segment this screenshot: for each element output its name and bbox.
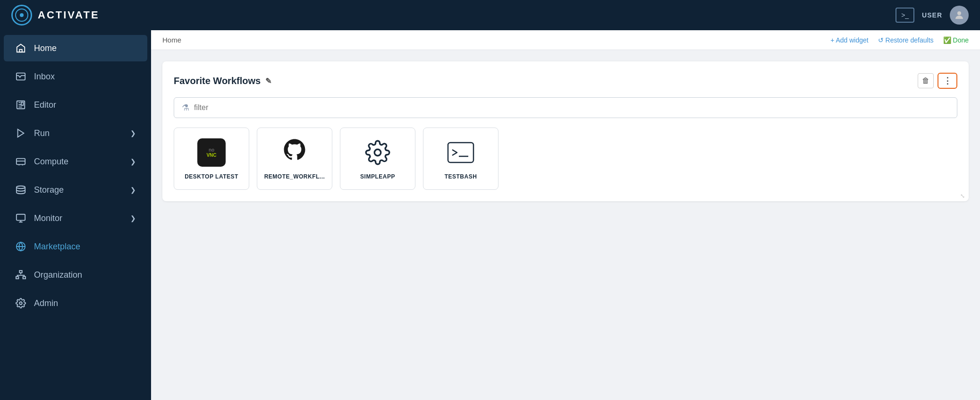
sidebar-item-marketplace-label: Marketplace [34, 242, 80, 252]
workflow-grid: no VNC DESKTOP LATEST [174, 128, 957, 190]
content-header: Home + Add widget ↺ Restore defaults ✅ D… [151, 30, 980, 50]
widget-title: Favorite Workflows ✎ [174, 76, 271, 86]
run-icon [15, 128, 26, 139]
content-area: Home + Add widget ↺ Restore defaults ✅ D… [151, 30, 980, 400]
svg-rect-8 [17, 214, 25, 221]
filter-row: ⚗ [174, 97, 957, 118]
breadcrumb: Home [162, 36, 181, 44]
gear-icon [365, 140, 390, 165]
sidebar-item-run-label: Run [34, 128, 50, 138]
svg-rect-12 [23, 277, 26, 279]
svg-rect-15 [448, 143, 473, 162]
filter-input-wrap: ⚗ [174, 97, 957, 118]
workflow-simpleapp-label: SIMPLEAPP [360, 173, 395, 180]
svg-marker-5 [18, 129, 24, 137]
desktop-latest-icon: no VNC [196, 137, 227, 168]
sidebar: Home Inbox Editor [0, 30, 151, 400]
svg-rect-10 [19, 271, 22, 273]
marketplace-icon [15, 241, 26, 252]
sidebar-item-inbox-label: Inbox [34, 72, 55, 82]
workflow-card-simpleapp[interactable]: SIMPLEAPP [340, 128, 415, 190]
sidebar-item-admin[interactable]: Admin [4, 290, 147, 316]
editor-icon [15, 99, 26, 111]
sidebar-item-home[interactable]: Home [4, 35, 147, 61]
sidebar-item-compute-label: Compute [34, 157, 68, 167]
svg-rect-11 [16, 277, 19, 279]
testbash-icon [446, 137, 476, 168]
svg-point-14 [374, 149, 381, 156]
svg-point-7 [17, 186, 25, 189]
widget-more-button[interactable]: ⋮ [938, 73, 957, 89]
done-check-icon: ✅ [943, 36, 951, 44]
organization-icon [15, 269, 26, 281]
remote-workfl-icon [279, 137, 310, 168]
widget-header: Favorite Workflows ✎ 🗑 ⋮ [174, 73, 957, 89]
compute-icon [15, 156, 26, 167]
sidebar-item-run[interactable]: Run ❯ [4, 120, 147, 146]
workflow-desktop-latest-label: DESKTOP LATEST [185, 173, 238, 180]
logo-icon [11, 5, 32, 26]
user-label: USER [922, 11, 942, 19]
widget-title-text: Favorite Workflows [174, 76, 261, 86]
sidebar-item-editor[interactable]: Editor [4, 92, 147, 118]
sidebar-item-editor-label: Editor [34, 100, 56, 110]
storage-icon [15, 184, 26, 196]
logo-area: ACTIVATE [11, 5, 100, 26]
sidebar-item-monitor-label: Monitor [34, 213, 62, 223]
sidebar-item-organization[interactable]: Organization [4, 262, 147, 288]
favorite-workflows-widget: Favorite Workflows ✎ 🗑 ⋮ ⚗ [162, 61, 969, 201]
workflow-testbash-label: TESTBASH [445, 173, 477, 180]
sidebar-item-admin-label: Admin [34, 298, 58, 308]
add-widget-button[interactable]: + Add widget [830, 36, 869, 44]
svg-point-0 [957, 11, 961, 15]
sidebar-item-home-label: Home [34, 43, 57, 53]
sidebar-item-storage-label: Storage [34, 185, 64, 195]
header-actions: + Add widget ↺ Restore defaults ✅ Done [830, 36, 969, 44]
workflow-card-testbash[interactable]: TESTBASH [423, 128, 498, 190]
restore-defaults-button[interactable]: ↺ Restore defaults [878, 36, 934, 44]
workflow-card-desktop-latest[interactable]: no VNC DESKTOP LATEST [174, 128, 249, 190]
filter-icon: ⚗ [182, 102, 189, 113]
sidebar-item-organization-label: Organization [34, 270, 82, 280]
simpleapp-icon [363, 137, 393, 168]
avatar[interactable] [950, 6, 969, 25]
monitor-icon [15, 213, 26, 224]
sidebar-item-compute[interactable]: Compute ❯ [4, 148, 147, 175]
compute-expand-icon: ❯ [130, 158, 136, 165]
terminal-button[interactable]: >_ [896, 8, 914, 23]
svg-rect-1 [19, 50, 22, 52]
admin-icon [15, 298, 26, 309]
widget-area: Favorite Workflows ✎ 🗑 ⋮ ⚗ [151, 50, 980, 400]
run-expand-icon: ❯ [130, 129, 136, 137]
inbox-icon [15, 71, 26, 82]
sidebar-item-storage[interactable]: Storage ❯ [4, 177, 147, 203]
workflow-remote-workfl-label: REMOTE_WORKFL... [264, 173, 325, 180]
resize-handle[interactable]: ⤡ [960, 193, 967, 199]
done-button[interactable]: ✅ Done [943, 36, 969, 44]
sidebar-item-marketplace[interactable]: Marketplace [4, 233, 147, 260]
sidebar-item-inbox[interactable]: Inbox [4, 63, 147, 90]
done-label: Done [953, 36, 969, 44]
svg-rect-4 [21, 102, 24, 105]
sidebar-item-monitor[interactable]: Monitor ❯ [4, 205, 147, 231]
nav-right: >_ USER [896, 6, 969, 25]
top-navbar: ACTIVATE >_ USER [0, 0, 980, 30]
widget-edit-icon[interactable]: ✎ [265, 77, 271, 85]
novnc-icon: no VNC [197, 138, 226, 167]
app-title: ACTIVATE [38, 9, 100, 21]
main-layout: Home Inbox Editor [0, 30, 980, 400]
github-icon [282, 137, 307, 168]
monitor-expand-icon: ❯ [130, 214, 136, 222]
widget-delete-button[interactable]: 🗑 [918, 73, 934, 88]
home-icon [15, 43, 26, 54]
storage-expand-icon: ❯ [130, 186, 136, 194]
terminal-box-icon [447, 141, 475, 164]
workflow-card-remote-workfl[interactable]: REMOTE_WORKFL... [257, 128, 332, 190]
filter-input[interactable] [194, 103, 949, 112]
widget-actions: 🗑 ⋮ [918, 73, 957, 89]
svg-point-13 [19, 302, 22, 305]
avatar-icon [954, 9, 965, 21]
